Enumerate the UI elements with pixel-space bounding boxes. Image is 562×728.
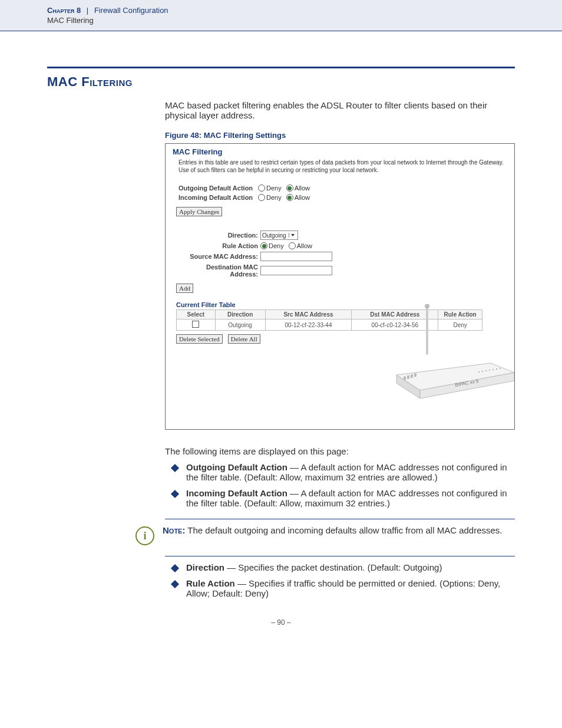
list-item: Outgoing Default Action — A default acti… — [165, 462, 515, 482]
rule-allow-radio[interactable]: Allow — [289, 242, 312, 249]
info-icon: i — [135, 526, 154, 545]
divider — [165, 519, 515, 519]
outgoing-deny-radio[interactable]: Deny — [258, 185, 282, 192]
add-button[interactable]: Add — [176, 284, 193, 293]
svg-point-5 — [485, 370, 487, 371]
header-section: Firewall Configuration — [94, 6, 168, 15]
outgoing-action-label: Outgoing Default Action — [178, 185, 258, 192]
src-mac-input[interactable] — [260, 252, 332, 261]
radio-label-allow3: Allow — [297, 242, 312, 249]
router-device-image: BIPAC xx 9 — [391, 304, 515, 406]
row-checkbox[interactable] — [192, 321, 199, 328]
radio-label-allow: Allow — [295, 185, 310, 192]
note-label: Note: — [163, 525, 185, 535]
svg-point-8 — [496, 368, 497, 370]
header-subsection: MAC Filtering — [47, 16, 562, 25]
svg-point-1 — [425, 304, 429, 308]
item-term: Outgoing Default Action — [186, 462, 287, 472]
diamond-bullet-icon — [171, 580, 179, 588]
figure-panel-title: MAC Filtering — [173, 147, 507, 156]
svg-rect-13 — [414, 373, 416, 377]
header-separator: | — [87, 6, 88, 15]
svg-rect-12 — [411, 374, 413, 378]
header-chapter: Chapter 8 — [47, 6, 81, 15]
col-src: Src MAC Address — [265, 310, 352, 319]
figure-caption: Figure 48: MAC Filtering Settings — [165, 131, 515, 140]
svg-rect-0 — [426, 304, 428, 355]
figure-screenshot: MAC Filtering Entries in this table are … — [165, 143, 515, 430]
list-item: Incoming Default Action — A default acti… — [165, 488, 515, 508]
list-item: Rule Action — Specifies if traffic shoul… — [165, 578, 515, 598]
radio-label-deny3: Deny — [269, 242, 284, 249]
item-term: Incoming Default Action — [186, 488, 287, 498]
svg-point-4 — [482, 371, 483, 372]
svg-point-6 — [489, 370, 490, 371]
note-block: i Note: The default outgoing and incomin… — [135, 525, 515, 545]
radio-label-deny: Deny — [266, 185, 282, 192]
list-item: Direction — Specifies the packet destina… — [165, 562, 515, 572]
col-select: Select — [177, 310, 216, 319]
dst-mac-label: Destination MAC Address: — [178, 263, 260, 278]
figure-panel-desc: Entries in this table are used to restri… — [178, 159, 507, 174]
incoming-allow-radio[interactable]: Allow — [286, 194, 310, 201]
intro-text: MAC based packet filtering enables the A… — [165, 100, 515, 120]
radio-label-deny2: Deny — [266, 194, 282, 201]
rule-deny-radio[interactable]: Deny — [260, 242, 284, 249]
direction-select[interactable]: Outgoing — [260, 230, 298, 240]
divider — [165, 556, 515, 556]
svg-point-7 — [492, 369, 494, 370]
page-number: – 90 – — [47, 618, 515, 627]
radio-label-allow2: Allow — [295, 194, 310, 201]
diamond-bullet-icon — [171, 464, 179, 472]
incoming-action-label: Incoming Default Action — [178, 194, 258, 201]
diamond-bullet-icon — [171, 490, 179, 498]
after-figure-text: The following items are displayed on thi… — [165, 446, 515, 456]
rule-action-label: Rule Action — [178, 242, 260, 249]
item-desc: — Specifies the packet destination. (Def… — [224, 562, 442, 572]
svg-rect-11 — [407, 375, 409, 380]
delete-selected-button[interactable]: Delete Selected — [176, 334, 223, 344]
top-rule — [47, 67, 515, 68]
outgoing-allow-radio[interactable]: Allow — [286, 185, 310, 192]
delete-all-button[interactable]: Delete All — [228, 334, 260, 344]
diamond-bullet-icon — [171, 564, 179, 572]
section-title: MAC Filtering — [47, 74, 515, 90]
note-text: The default outgoing and incoming defaul… — [185, 525, 502, 535]
direction-label: Direction: — [178, 232, 260, 239]
col-direction: Direction — [215, 310, 265, 319]
direction-selected: Outgoing — [262, 232, 286, 239]
cell-direction: Outgoing — [215, 319, 265, 331]
item-term: Direction — [186, 562, 224, 572]
cell-src: 00-12-cf-22-33-44 — [265, 319, 352, 331]
svg-rect-10 — [404, 376, 406, 380]
item-term: Rule Action — [186, 578, 235, 588]
src-mac-label: Source MAC Address: — [178, 253, 260, 260]
page-header: Chapter 8 | Firewall Configuration MAC F… — [0, 0, 562, 31]
incoming-deny-radio[interactable]: Deny — [258, 194, 282, 201]
chevron-down-icon — [289, 233, 296, 238]
svg-point-3 — [478, 371, 480, 373]
apply-changes-button[interactable]: Apply Changes — [176, 207, 222, 216]
dst-mac-input[interactable] — [260, 266, 332, 275]
svg-point-9 — [500, 368, 501, 369]
